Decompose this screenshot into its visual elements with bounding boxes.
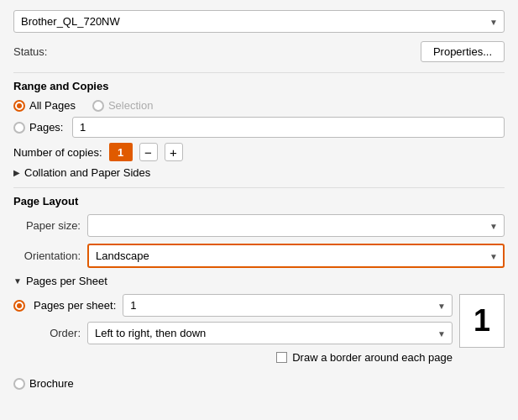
pps-select[interactable]: 1 2 4 6 9 16: [123, 294, 453, 317]
all-pages-option[interactable]: All Pages: [13, 99, 76, 112]
border-label: Draw a border around each page: [292, 351, 453, 364]
border-row: Draw a border around each page: [13, 351, 453, 364]
pages-radio-item[interactable]: Pages:: [13, 121, 64, 134]
range-copies-header: Range and Copies: [13, 80, 505, 92]
page-range-row: All Pages Selection: [13, 99, 505, 112]
page-layout-header: Page Layout: [13, 195, 505, 207]
orientation-label: Orientation:: [13, 249, 81, 262]
print-dialog: Brother_QL_720NW ▼ Status: Properties...…: [0, 0, 518, 420]
divider-2: [13, 187, 505, 188]
paper-size-select[interactable]: [87, 214, 505, 237]
decrement-button[interactable]: −: [139, 143, 158, 161]
copies-label: Number of copies:: [13, 146, 102, 159]
pps-select-row: Pages per sheet: 1 2 4 6 9 16 ▼: [13, 294, 453, 317]
all-pages-label: All Pages: [29, 99, 76, 112]
pps-toggle[interactable]: ▼ Pages per Sheet: [13, 275, 505, 287]
orientation-select-wrapper[interactable]: Portrait Landscape ▼: [87, 244, 505, 268]
border-checkbox[interactable]: [276, 352, 287, 363]
pps-controls: Pages per sheet: 1 2 4 6 9 16 ▼: [13, 294, 453, 370]
paper-size-select-wrapper[interactable]: ▼: [87, 214, 505, 237]
collation-toggle[interactable]: ▶ Collation and Paper Sides: [13, 166, 505, 179]
increment-button[interactable]: +: [165, 143, 183, 161]
all-pages-radio[interactable]: [13, 100, 25, 112]
brochure-label: Brochure: [29, 377, 74, 390]
pps-select-wrapper[interactable]: 1 2 4 6 9 16 ▼: [123, 294, 453, 317]
page-layout-section: Page Layout Paper size: ▼ Orientation: P…: [13, 195, 505, 390]
pages-radio[interactable]: [13, 122, 25, 134]
printer-select-wrapper[interactable]: Brother_QL_720NW ▼: [13, 10, 505, 33]
order-label: Order:: [13, 327, 81, 339]
selection-label: Selection: [108, 99, 153, 112]
pages-input[interactable]: [72, 117, 505, 138]
selection-option[interactable]: Selection: [92, 99, 153, 112]
copies-row: Number of copies: 1 − +: [13, 143, 505, 161]
order-select-wrapper[interactable]: Left to right, then down Left to right, …: [87, 322, 453, 344]
divider-1: [13, 72, 505, 73]
orientation-row: Orientation: Portrait Landscape ▼: [13, 244, 505, 268]
pps-radio[interactable]: [13, 300, 25, 312]
order-row: Order: Left to right, then down Left to …: [13, 322, 453, 344]
order-select[interactable]: Left to right, then down Left to right, …: [87, 322, 453, 344]
collation-arrow-icon: ▶: [13, 168, 20, 177]
collation-label: Collation and Paper Sides: [24, 166, 150, 179]
selection-radio[interactable]: [92, 100, 104, 112]
pages-label: Pages:: [29, 121, 63, 134]
paper-size-row: Paper size: ▼: [13, 214, 505, 237]
pps-toggle-label: Pages per Sheet: [26, 275, 107, 287]
brochure-radio[interactable]: [13, 378, 25, 390]
pps-label: Pages per sheet:: [34, 299, 116, 312]
status-row: Status: Properties...: [13, 41, 505, 62]
brochure-row[interactable]: Brochure: [13, 377, 505, 390]
status-label: Status:: [13, 45, 47, 58]
pps-row: Pages per sheet: 1 2 4 6 9 16 ▼: [13, 294, 505, 370]
pages-row: Pages:: [13, 117, 505, 138]
properties-button[interactable]: Properties...: [421, 41, 505, 62]
paper-size-label: Paper size:: [13, 219, 81, 232]
copies-value: 1: [109, 143, 133, 161]
pps-radio-item[interactable]: Pages per sheet:: [13, 299, 116, 312]
pps-arrow-icon: ▼: [13, 276, 22, 286]
pps-preview: 1: [459, 294, 505, 348]
printer-select[interactable]: Brother_QL_720NW: [13, 10, 505, 33]
range-copies-section: Range and Copies All Pages Selection Pag…: [13, 80, 505, 179]
orientation-select[interactable]: Portrait Landscape: [87, 244, 505, 268]
